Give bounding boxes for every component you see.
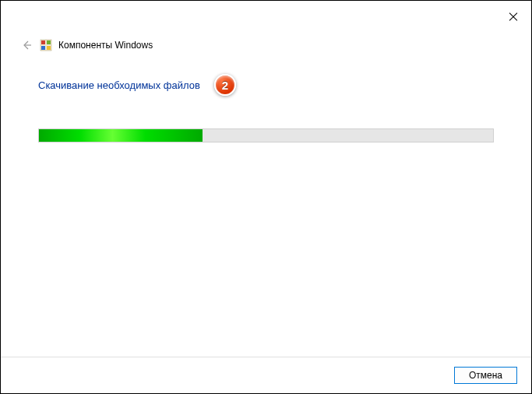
- progress-fill: [39, 129, 203, 142]
- svg-rect-5: [47, 46, 51, 50]
- status-text: Скачивание необходимых файлов: [38, 79, 200, 91]
- windows-features-icon: [40, 39, 52, 51]
- back-button[interactable]: [19, 38, 33, 52]
- step-badge: 2: [214, 74, 236, 96]
- dialog-window: Компоненты Windows Скачивание необходимы…: [1, 1, 531, 393]
- window-title: Компоненты Windows: [58, 40, 153, 51]
- titlebar: [1, 1, 531, 32]
- badge-number: 2: [222, 79, 228, 92]
- svg-rect-4: [41, 46, 45, 50]
- svg-rect-3: [47, 40, 51, 44]
- back-arrow-icon: [20, 39, 33, 51]
- close-button[interactable]: [508, 11, 519, 22]
- svg-rect-2: [41, 40, 45, 44]
- status-row: Скачивание необходимых файлов 2: [38, 74, 494, 96]
- cancel-button[interactable]: Отмена: [454, 367, 517, 384]
- footer: Отмена: [1, 357, 531, 393]
- content-area: Скачивание необходимых файлов 2: [1, 58, 531, 158]
- progress-bar: [38, 128, 494, 142]
- header: Компоненты Windows: [1, 32, 531, 58]
